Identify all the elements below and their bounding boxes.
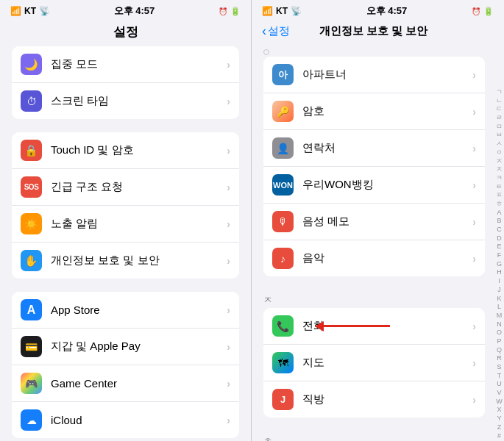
- privacy-chevron: ›: [227, 255, 230, 267]
- icloud-icon: ☁: [21, 409, 42, 431]
- privacy-label: 개인정보 보호 및 보안: [51, 254, 227, 268]
- music-label: 음악: [302, 251, 472, 265]
- wallet-label: 지갑 및 Apple Pay: [51, 340, 227, 354]
- password-icon: 🔑: [272, 101, 294, 122]
- wooribank-label: 우리WON뱅킹: [302, 178, 472, 192]
- privacy-item-voicememo[interactable]: 🎙 음성 메모 ›: [263, 204, 485, 240]
- appstore-chevron: ›: [227, 304, 230, 316]
- music-icon: ♪: [272, 248, 294, 269]
- section-label-chieut: ㅊ: [252, 431, 504, 441]
- settings-item-sos[interactable]: SOS 긴급 구조 요청 ›: [12, 169, 239, 206]
- nav-header-left: 설정: [0, 21, 251, 46]
- icloud-label: iCloud: [51, 414, 227, 426]
- exposure-chevron: ›: [227, 218, 230, 230]
- focus-label: 집중 모드: [51, 57, 227, 71]
- screentime-icon: ⏱: [21, 90, 42, 112]
- privacy-item-jikbang[interactable]: J 직방 ›: [263, 381, 485, 417]
- sos-label: 긴급 구조 요청: [51, 180, 227, 194]
- screentime-chevron: ›: [227, 96, 230, 107]
- maps-label: 지도: [302, 356, 472, 370]
- voicememo-label: 음성 메모: [302, 215, 472, 229]
- privacy-list: 아 아파트너 › 🔑 암호 › 👤 연락처 ›: [252, 45, 504, 441]
- section-group-1: 🌙 집중 모드 › ⏱ 스크린 타임 ›: [12, 46, 239, 119]
- carrier-right: KT: [276, 6, 288, 16]
- wifi-icon-left: 📡: [39, 6, 50, 16]
- gamecenter-chevron: ›: [227, 378, 230, 390]
- settings-item-wallet[interactable]: 💳 지갑 및 Apple Pay ›: [12, 329, 239, 365]
- wallet-icon: 💳: [21, 336, 42, 357]
- sos-chevron: ›: [227, 182, 230, 193]
- phone-icon: 📞: [272, 315, 294, 337]
- privacy-item-music[interactable]: ♪ 음악 ›: [263, 240, 485, 276]
- privacy-item-apartner[interactable]: 아 아파트너 ›: [263, 57, 485, 93]
- appstore-label: App Store: [51, 304, 227, 316]
- privacy-item-contacts[interactable]: 👤 연락처 ›: [263, 130, 485, 167]
- contacts-icon: 👤: [272, 137, 294, 159]
- sos-icon: SOS: [21, 176, 42, 198]
- settings-item-gamecenter[interactable]: 🎮 Game Center ›: [12, 365, 239, 402]
- section-group-2: 🔒 Touch ID 및 암호 › SOS 긴급 구조 요청 › ☀️ 노출 알…: [12, 132, 239, 279]
- exposure-icon: ☀️: [21, 213, 42, 234]
- index-bar: ㄱ ㄴ ㄷ ㄹ ㅁ ㅂ ㅅ ㅇ ㅈ ㅊ ㅋ ㅌ ㅍ ㅎ A B C D E F …: [496, 88, 503, 440]
- settings-item-privacy[interactable]: ✋ 개인정보 보호 및 보안 ›: [12, 243, 239, 279]
- back-label: 설정: [268, 24, 290, 38]
- icloud-chevron: ›: [227, 415, 230, 426]
- privacy-section-group-2: 📞 전화 › 🗺 지도 › J: [263, 308, 485, 417]
- privacy-section-group-1: 아 아파트너 › 🔑 암호 › 👤 연락처 ›: [263, 57, 485, 276]
- privacy-icon: ✋: [21, 250, 42, 271]
- battery-icon-right: 🔋: [483, 7, 494, 16]
- alarm-icon-right: ⏰: [472, 7, 480, 15]
- status-right-left: 📶 KT 📡: [262, 6, 302, 16]
- status-right-left: ⏰ 🔋: [219, 7, 241, 16]
- status-bar-right: 📶 KT 📡 오후 4:57 ⏰ 🔋: [252, 0, 504, 21]
- focus-chevron: ›: [227, 59, 230, 71]
- phone-red-arrow: [315, 321, 390, 331]
- page-title-right: 개인정보 보호 및 보안: [290, 24, 494, 38]
- time-left: 오후 4:57: [114, 4, 155, 18]
- voicememo-icon: 🎙: [272, 211, 294, 232]
- appstore-icon: A: [21, 299, 42, 320]
- focus-icon: 🌙: [21, 54, 42, 75]
- contacts-label: 연락처: [302, 141, 472, 155]
- time-right: 오후 4:57: [366, 4, 408, 18]
- section-group-3: A App Store › 💳 지갑 및 Apple Pay › 🎮 Game …: [12, 292, 239, 438]
- back-chevron-icon: ‹: [262, 24, 266, 39]
- apartner-icon: 아: [272, 64, 294, 85]
- right-phone-panel: 📶 KT 📡 오후 4:57 ⏰ 🔋 ‹ 설정 개인정보 보호 및 보안 ㄱ ㄴ…: [252, 0, 504, 441]
- maps-icon: 🗺: [272, 352, 294, 373]
- nav-header-right: ‹ 설정 개인정보 보호 및 보안: [252, 21, 504, 45]
- jikbang-icon: J: [272, 389, 294, 410]
- alarm-icon: ⏰: [219, 7, 227, 15]
- wooribank-icon: WON: [272, 174, 294, 196]
- screentime-label: 스크린 타임: [51, 94, 227, 108]
- left-phone-panel: 📶 KT 📡 오후 4:57 ⏰ 🔋 설정 🌙 집중 모드 › ⏱: [0, 0, 252, 441]
- page-title-left: 설정: [113, 25, 138, 39]
- settings-item-screentime[interactable]: ⏱ 스크린 타임 ›: [12, 83, 239, 119]
- settings-item-touchid[interactable]: 🔒 Touch ID 및 암호 ›: [12, 132, 239, 169]
- gamecenter-label: Game Center: [51, 377, 227, 390]
- settings-item-focus[interactable]: 🌙 집중 모드 ›: [12, 46, 239, 83]
- privacy-item-password[interactable]: 🔑 암호 ›: [263, 93, 485, 130]
- settings-list: 🌙 집중 모드 › ⏱ 스크린 타임 › 🔒 Touch ID 및 암호 ›: [0, 46, 251, 441]
- section-label-jieut: ㅈ: [252, 290, 504, 308]
- touchid-label: Touch ID 및 암호: [51, 143, 227, 157]
- signal-icon-right: 📶: [262, 6, 273, 16]
- carrier-left: KT: [24, 6, 36, 16]
- status-icons-right: ⏰ 🔋: [472, 7, 494, 16]
- signal-icon: 📶: [10, 6, 21, 16]
- status-left: 📶 KT 📡: [10, 6, 50, 16]
- gamecenter-icon: 🎮: [21, 373, 42, 394]
- settings-item-exposure[interactable]: ☀️ 노출 알림 ›: [12, 206, 239, 243]
- settings-item-icloud[interactable]: ☁ iCloud ›: [12, 402, 239, 438]
- settings-item-appstore[interactable]: A App Store ›: [12, 292, 239, 329]
- apartner-label: 아파트너: [302, 68, 472, 82]
- battery-icon-left: 🔋: [230, 7, 241, 16]
- password-label: 암호: [302, 104, 472, 118]
- back-button[interactable]: ‹ 설정: [262, 24, 290, 39]
- privacy-item-phone[interactable]: 📞 전화 ›: [263, 308, 485, 345]
- jikbang-label: 직방: [302, 392, 472, 406]
- privacy-item-wooribank[interactable]: WON 우리WON뱅킹 ›: [263, 167, 485, 204]
- privacy-item-maps[interactable]: 🗺 지도 ›: [263, 345, 485, 381]
- touchid-icon: 🔒: [21, 140, 42, 161]
- wifi-icon-right: 📡: [291, 6, 302, 16]
